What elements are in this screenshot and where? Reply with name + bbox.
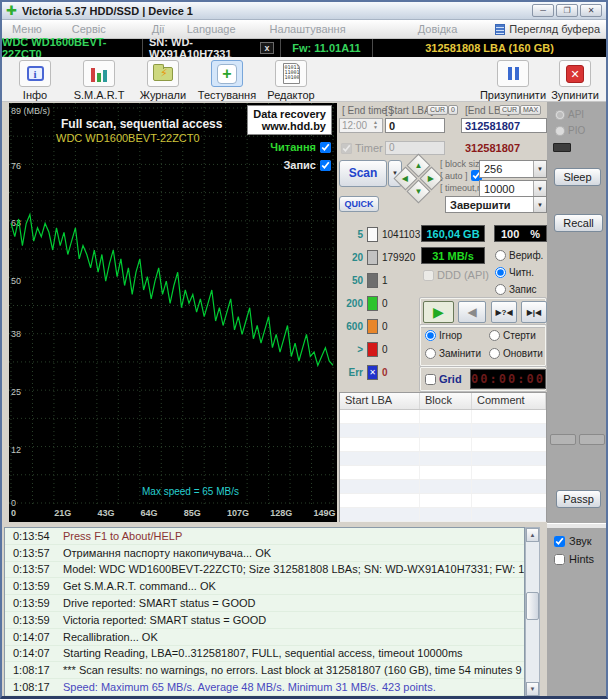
mode-verify-radio-row: Вериф. (495, 250, 543, 261)
start-lba-zero-button[interactable]: 0 (448, 105, 458, 115)
menu-menu[interactable]: Меню (8, 23, 46, 35)
menu-help[interactable]: Довідка (414, 23, 462, 35)
start-lba-cur-button[interactable]: CUR (427, 105, 448, 115)
pio-radio[interactable] (555, 126, 565, 136)
title-bar: ✚ Victoria 5.37 HDD/SSD | Device 1 ─ ❐ ✕ (2, 2, 606, 20)
pause-button[interactable]: Призупинити (482, 60, 544, 101)
grid-checkbox[interactable] (425, 374, 436, 385)
seek-end-button[interactable]: ▶|◀ (521, 301, 547, 323)
remap-radio[interactable] (425, 348, 436, 359)
log-entry: 0:13:59Victoria reported: SMART status =… (5, 612, 524, 629)
start-lba-input[interactable]: 0 (385, 118, 445, 133)
read-radio[interactable] (495, 267, 506, 278)
ddd-checkbox[interactable] (423, 270, 434, 281)
table-row[interactable] (340, 424, 546, 438)
small-disabled-button-2[interactable] (579, 434, 605, 445)
spinner-arrows-icon[interactable]: ▲▼ (370, 120, 381, 131)
seek-question-button[interactable]: ▶?◀ (491, 301, 517, 323)
graph-subtitle: WDC WD1600BEVT-22ZCT0 (56, 132, 200, 144)
svg-text:21G: 21G (54, 508, 71, 518)
write-radio[interactable] (495, 284, 506, 295)
close-button[interactable]: ✕ (580, 4, 602, 17)
end-lba-input[interactable]: 312581807 (461, 118, 547, 133)
small-disabled-button-1[interactable] (550, 434, 576, 445)
table-row[interactable] (340, 480, 546, 494)
log-entry: 1:08:17*** Scan results: no warnings, no… (5, 662, 524, 679)
menu-actions[interactable]: Дії (148, 23, 169, 35)
sound-row: Звук (554, 535, 592, 547)
combo-arrow-icon[interactable]: ▼ (533, 161, 546, 177)
log-entry: 0:13:59Get S.M.A.R.T. command... OK (5, 578, 524, 595)
verify-radio[interactable] (495, 250, 506, 261)
table-row[interactable] (340, 438, 546, 452)
combo-arrow-icon[interactable]: ▼ (533, 181, 546, 197)
erase-radio[interactable] (489, 330, 500, 341)
info-button[interactable]: i Інфо (4, 60, 66, 101)
back-icon: ◀ (467, 305, 476, 319)
svg-text:43G: 43G (97, 508, 114, 518)
minimize-button[interactable]: ─ (532, 4, 554, 17)
table-row[interactable] (340, 410, 546, 424)
victoria-window: ✚ Victoria 5.37 HDD/SSD | Device 1 ─ ❐ ✕… (0, 0, 608, 699)
smart-button[interactable]: S.M.A.R.T (68, 60, 130, 101)
table-row[interactable] (340, 494, 546, 508)
defect-table[interactable]: Start LBA Block Comment (339, 392, 547, 522)
activity-led (553, 143, 571, 152)
back-button[interactable]: ◀ (458, 301, 486, 323)
bin-20: 20179920 (339, 249, 415, 265)
buffer-view-button[interactable]: Перегляд буфера (495, 23, 600, 35)
scroll-down-icon[interactable]: ▼ (526, 682, 539, 696)
hints-row: Hints (554, 553, 594, 565)
read-checkbox[interactable] (320, 142, 331, 153)
speed-display: 31 MB/s (421, 247, 485, 264)
mode-read-radio-row: Читн. (495, 267, 534, 278)
menu-service[interactable]: Сервіс (68, 23, 110, 35)
bin-color-box (367, 296, 378, 311)
svg-text:89 (MB/s): 89 (MB/s) (11, 106, 50, 116)
ignore-radio-row: Ігнор (425, 330, 462, 341)
quick-button[interactable]: QUICK (339, 196, 379, 212)
api-radio[interactable] (555, 110, 565, 120)
end-lba-cur-button[interactable]: CUR (499, 105, 520, 115)
log-panel[interactable]: 0:13:54Press F1 to About/HELP 0:13:57Отр… (4, 527, 525, 697)
testing-button[interactable]: + Тестування (196, 60, 258, 101)
ignore-radio[interactable] (425, 330, 436, 341)
scroll-up-icon[interactable]: ▲ (526, 528, 539, 542)
scroll-thumb[interactable] (526, 592, 539, 620)
svg-text:85G: 85G (184, 508, 201, 518)
passp-button[interactable]: Passp (556, 490, 601, 508)
write-checkbox[interactable] (320, 160, 331, 171)
menu-language[interactable]: Language (183, 23, 240, 35)
editor-button[interactable]: 010110 110011 101000 Редактор (260, 60, 322, 101)
scan-button[interactable]: Scan (339, 160, 387, 187)
maximize-button[interactable]: ❐ (556, 4, 578, 17)
stop-button[interactable]: ✕ Зупинити (544, 60, 606, 101)
seek-pad: ▲ ◀ ▶ ▼ (396, 156, 442, 202)
erase-radio-row: Стерти (489, 330, 536, 341)
device-close-chip[interactable]: x (260, 42, 274, 54)
seek-end-icon: ▶|◀ (527, 308, 542, 317)
table-row[interactable] (340, 466, 546, 480)
logs-button[interactable]: ⚡ Журнали (132, 60, 194, 101)
sleep-button[interactable]: Sleep (554, 168, 601, 186)
table-row[interactable] (340, 508, 546, 522)
refresh-radio[interactable] (489, 348, 500, 359)
bin-color-box (367, 342, 378, 357)
end-lba-max-button[interactable]: MAX (520, 105, 541, 115)
end-time-spinner[interactable]: 12:00 ▲▼ (339, 118, 383, 133)
log-scrollbar[interactable]: ▲ ▼ (525, 527, 540, 697)
timer-checkbox[interactable] (341, 143, 352, 154)
menu-settings[interactable]: Налаштування (266, 23, 350, 35)
watermark: Data recoverywww.hdd.by (247, 105, 332, 135)
sound-checkbox[interactable] (554, 536, 565, 547)
block-size-combo[interactable]: 256▼ (479, 160, 547, 178)
play-button[interactable]: ▶ (423, 301, 454, 323)
grid-label: Grid (439, 373, 462, 385)
lightning-icon: ⚡ (160, 67, 168, 80)
hints-checkbox[interactable] (554, 554, 565, 565)
finish-action-combo[interactable]: Завершити▼ (445, 196, 547, 213)
combo-arrow-icon[interactable]: ▼ (533, 197, 546, 212)
svg-text:76: 76 (11, 161, 21, 171)
table-row[interactable] (340, 452, 546, 466)
recall-button[interactable]: Recall (554, 214, 603, 232)
